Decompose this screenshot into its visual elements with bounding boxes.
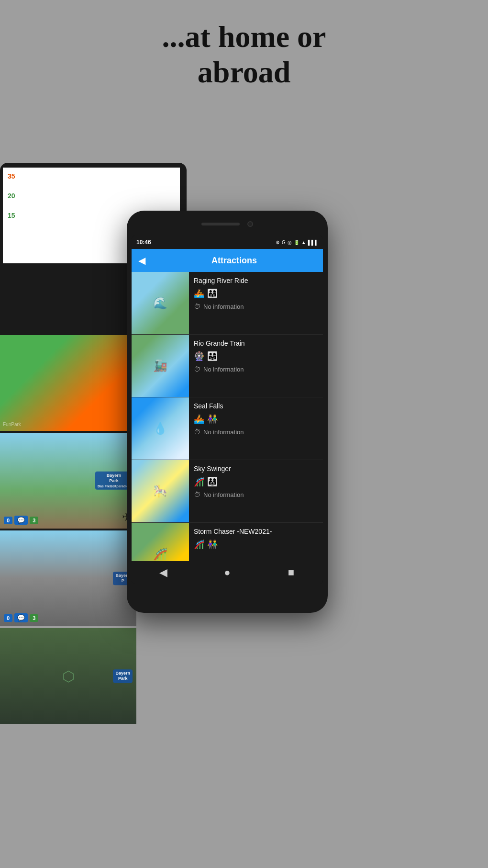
attraction-item-sky[interactable]: 🎠 Sky Swinger 🎢 👨‍👩‍👧 ⏱ No information [132, 460, 323, 523]
wait-row-sky: ⏱ No information [194, 491, 318, 498]
left-images-panel: FunPark ✈ BayernParkDas Freizeitparadies… [0, 335, 136, 726]
people-icon-seal: 👫 [207, 414, 218, 424]
comment-badge-building: 0 💬 3 [4, 613, 38, 622]
wait-row-seal: ⏱ No information [194, 428, 318, 436]
headline-line2: abroad [198, 55, 290, 89]
attraction-thumb-seal: 💧 [132, 397, 189, 460]
chart-value-15: 15 [8, 212, 15, 219]
attraction-item-raging[interactable]: 🌊 Raging River Ride 🚣 👨‍👩‍👧 ⏱ No informa… [132, 272, 323, 335]
attraction-info-sky: Sky Swinger 🎢 👨‍👩‍👧 ⏱ No information [189, 460, 323, 522]
nav-back-button[interactable]: ◀ [154, 566, 173, 579]
phone-device: 10:46 ⚙ G ◎ 🔋 ▲ ▌▌▌ ◀ Attractions 🌊 [127, 211, 328, 613]
google-icon: G [282, 240, 286, 245]
nav-home-button[interactable]: ● [218, 566, 237, 579]
attraction-thumb-raging: 🌊 [132, 272, 189, 334]
headline-line1: ...at home or [162, 20, 326, 54]
ride-icon-sky: 🎢 [194, 476, 204, 487]
badge-chat-icon: 💬 [14, 516, 28, 525]
chart-value-35: 35 [8, 172, 15, 180]
comment-badge-tower: 0 💬 3 [4, 516, 38, 525]
attractions-list[interactable]: 🌊 Raging River Ride 🚣 👨‍👩‍👧 ⏱ No informa… [132, 272, 323, 561]
ride-icon-storm: 🎢 [194, 539, 204, 550]
phone-toolbar: ◀ Attractions [132, 249, 323, 272]
wait-row-rio: ⏱ No information [194, 365, 318, 373]
attraction-thumb-storm: 🎢 [132, 523, 189, 561]
phone-notch [127, 211, 328, 237]
wifi-icon: ▲ [301, 240, 306, 245]
attraction-info-storm: Storm Chaser -NEW2021- 🎢 👫 [189, 523, 323, 561]
attraction-name-sky: Sky Swinger [194, 465, 318, 473]
attraction-item-seal[interactable]: 💧 Seal Falls 🚣 👫 ⏱ No information [132, 397, 323, 460]
status-bar: 10:46 ⚙ G ◎ 🔋 ▲ ▌▌▌ [132, 236, 323, 249]
no-info-raging: No information [203, 303, 244, 310]
park-logo-structure: BayernPark [113, 669, 133, 683]
water-icon-raging: 🚣 [194, 288, 204, 299]
left-image-green: FunPark [0, 335, 136, 431]
attraction-name-storm: Storm Chaser -NEW2021- [194, 528, 318, 535]
headline-text: ...at home or abroad [0, 19, 488, 90]
badge-num-3b: 3 [30, 614, 38, 622]
people-icon-sky: 👨‍👩‍👧 [207, 476, 218, 487]
phone-speaker [201, 223, 240, 225]
people-icon-raging: 👨‍👩‍👧 [207, 288, 218, 299]
left-image-structure: ⬡ BayernPark [0, 628, 136, 724]
attraction-info-rio: Rio Grande Train 🎡 👨‍👩‍👧 ⏱ No informatio… [189, 335, 323, 397]
no-info-rio: No information [203, 366, 244, 373]
battery-icon: 🔋 [294, 240, 299, 245]
back-button[interactable]: ◀ [138, 255, 145, 266]
phone-camera [247, 221, 253, 227]
attraction-icons-raging: 🚣 👨‍👩‍👧 [194, 288, 318, 299]
clock-icon-rio: ⏱ [194, 365, 200, 373]
chart-numbers: 35 20 15 [8, 172, 15, 219]
attraction-item-rio[interactable]: 🚂 Rio Grande Train 🎡 👨‍👩‍👧 ⏱ No informat… [132, 335, 323, 397]
attraction-icons-seal: 🚣 👫 [194, 414, 318, 424]
attraction-info-raging: Raging River Ride 🚣 👨‍👩‍👧 ⏱ No informati… [189, 272, 323, 334]
water-icon-seal: 🚣 [194, 414, 204, 424]
attraction-icons-rio: 🎡 👨‍👩‍👧 [194, 351, 318, 361]
badge-count-0b: 0 [4, 614, 12, 622]
ride-icon-rio: 🎡 [194, 351, 204, 361]
status-icons: ⚙ G ◎ 🔋 ▲ ▌▌▌ [276, 240, 318, 245]
wait-row-raging: ⏱ No information [194, 303, 318, 310]
no-info-seal: No information [203, 428, 244, 436]
attraction-thumb-rio: 🚂 [132, 335, 189, 397]
left-image-tower: ✈ BayernParkDas Freizeitparadies 0 💬 3 [0, 433, 136, 529]
attraction-name-rio: Rio Grande Train [194, 339, 318, 347]
badge-num-3: 3 [30, 517, 38, 524]
no-info-sky: No information [203, 491, 244, 498]
phone-screen: 10:46 ⚙ G ◎ 🔋 ▲ ▌▌▌ ◀ Attractions 🌊 [132, 236, 323, 584]
clock-icon-seal: ⏱ [194, 428, 200, 436]
phone-nav-bar: ◀ ● ■ [132, 561, 323, 584]
chart-value-20: 20 [8, 192, 15, 200]
nav-recents-button[interactable]: ■ [281, 566, 300, 579]
signal-icon: ▌▌▌ [308, 240, 318, 245]
attraction-name-raging: Raging River Ride [194, 277, 318, 284]
attraction-icons-sky: 🎢 👨‍👩‍👧 [194, 476, 318, 487]
attraction-name-seal: Seal Falls [194, 402, 318, 410]
attraction-item-storm[interactable]: 🎢 Storm Chaser -NEW2021- 🎢 👫 [132, 523, 323, 561]
attraction-info-seal: Seal Falls 🚣 👫 ⏱ No information [189, 397, 323, 460]
left-image-building: BayernP 0 💬 3 [0, 530, 136, 626]
people-icon-storm: 👫 [207, 539, 218, 550]
settings-icon: ⚙ [276, 240, 280, 245]
clock-icon-sky: ⏱ [194, 491, 200, 498]
people-icon-rio: 👨‍👩‍👧 [207, 351, 218, 361]
attraction-thumb-sky: 🎠 [132, 460, 189, 522]
clock-icon-raging: ⏱ [194, 303, 200, 310]
badge-chat-icon-b: 💬 [14, 613, 28, 622]
location-icon: ◎ [288, 240, 292, 245]
badge-count-0: 0 [4, 517, 12, 524]
toolbar-title: Attractions [152, 256, 316, 266]
attraction-icons-storm: 🎢 👫 [194, 539, 318, 550]
status-time: 10:46 [136, 239, 151, 246]
